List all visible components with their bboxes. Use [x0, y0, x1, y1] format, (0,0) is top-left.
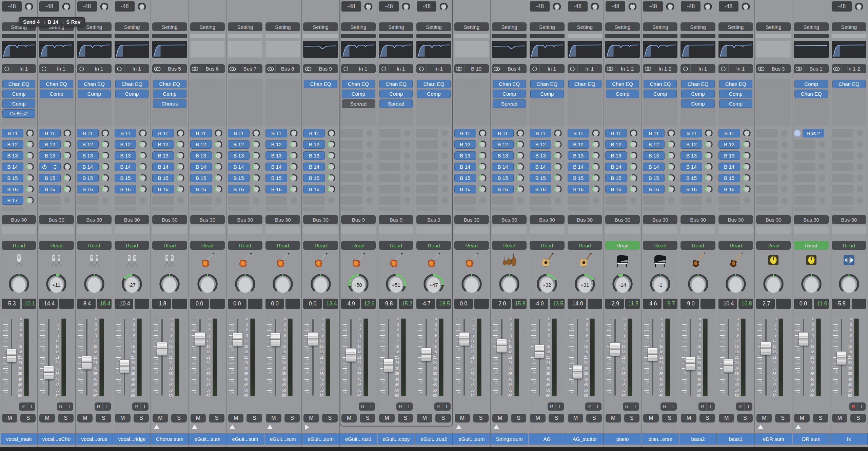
send-slot[interactable]: B 11	[303, 129, 325, 137]
send-slot[interactable]: B 15	[303, 174, 325, 182]
automation-mode-button[interactable]: Read	[152, 241, 187, 250]
send-level-knob[interactable]	[554, 174, 562, 182]
volume-display[interactable]: -10.4	[718, 299, 737, 309]
pan-knob[interactable]	[762, 273, 785, 295]
send-level-knob[interactable]	[554, 140, 562, 149]
fx-slot-chan-eq[interactable]: Chan EQ	[681, 80, 714, 88]
send-slot[interactable]: Bus 2	[803, 129, 824, 137]
record-enable-button[interactable]: R	[736, 402, 745, 411]
mute-button[interactable]: M	[266, 414, 281, 422]
fader-handle[interactable]	[157, 342, 167, 356]
send-level-knob[interactable]	[101, 185, 110, 193]
group-slot[interactable]	[416, 226, 451, 234]
group-slot[interactable]	[454, 226, 489, 234]
track-name[interactable]: eGuit...copy	[378, 433, 415, 445]
peak-display[interactable]	[210, 299, 225, 309]
mute-button[interactable]: M	[568, 414, 584, 422]
pan-knob[interactable]	[8, 273, 30, 295]
send-level-knob[interactable]	[290, 163, 298, 171]
fx-slot-comp[interactable]: Comp	[794, 80, 828, 88]
send-slot[interactable]: B 16	[568, 185, 589, 193]
record-enable-button[interactable]: R	[548, 402, 556, 411]
send-slot[interactable]: B 16	[77, 185, 99, 193]
send-level-knob[interactable]	[478, 174, 487, 182]
send-level-knob[interactable]	[705, 129, 713, 137]
group-slot[interactable]	[605, 226, 640, 234]
send-level-knob[interactable]	[705, 140, 713, 149]
automation-mode-button[interactable]: Read	[2, 241, 36, 250]
send-slot[interactable]: B 14	[454, 163, 476, 171]
gain-reduction-display[interactable]: -48	[832, 1, 852, 12]
send-level-knob[interactable]	[290, 151, 298, 160]
automation-mode-button[interactable]: Read	[228, 241, 262, 250]
send-slot[interactable]: B 11	[643, 129, 665, 137]
track-name[interactable]: eGuit...sum	[302, 433, 339, 445]
gain-knob[interactable]	[666, 2, 675, 11]
send-level-knob[interactable]	[327, 185, 336, 193]
input-monitor-button[interactable]: I	[442, 402, 451, 411]
fx-slot-spread[interactable]: Spread	[379, 99, 413, 108]
send-slot[interactable]: B 14	[303, 163, 325, 171]
fx-slot-chan-eq[interactable]: Chan EQ	[379, 80, 413, 88]
peak-display[interactable]: -9.7	[663, 299, 677, 309]
fx-slot-chan-eq[interactable]: Chan EQ	[606, 80, 639, 88]
send-slot[interactable]: B 15	[115, 174, 136, 182]
pan-knob[interactable]	[310, 273, 332, 295]
send-level-knob[interactable]	[139, 174, 147, 182]
output-slot[interactable]: Bus 30	[605, 215, 640, 224]
fader-handle[interactable]	[383, 358, 394, 372]
electric-guitar-icon[interactable]	[388, 252, 404, 268]
peak-display[interactable]: -10.1	[22, 299, 36, 309]
gain-reduction-display[interactable]: -48	[606, 1, 625, 12]
send-power-button[interactable]	[39, 163, 50, 171]
send-level-knob[interactable]	[516, 163, 525, 171]
send-level-knob[interactable]	[252, 129, 260, 137]
fx-slot-comp[interactable]: Comp	[493, 90, 526, 98]
send-slot[interactable]: B 16	[605, 185, 627, 193]
send-slot[interactable]: B 13	[115, 151, 136, 160]
gain-reduction-display[interactable]: -48	[39, 1, 59, 12]
group-slot[interactable]	[39, 226, 74, 234]
send-slot[interactable]: B 13	[228, 151, 250, 160]
record-enable-button[interactable]: R	[698, 402, 707, 411]
fx-slot-spread[interactable]: Spread	[342, 99, 375, 108]
eq-thumbnail[interactable]	[416, 41, 451, 58]
setting-button[interactable]: Setting	[794, 22, 828, 31]
input-monitor-button[interactable]: I	[367, 402, 375, 411]
send-slot[interactable]: B 15	[190, 174, 212, 182]
track-name[interactable]: vocal...eCho	[38, 433, 75, 445]
send-level-knob[interactable]	[214, 174, 223, 182]
eq-thumbnail[interactable]	[115, 41, 149, 58]
gain-knob[interactable]	[401, 2, 411, 11]
send-level-knob[interactable]	[26, 174, 34, 182]
fader-handle[interactable]	[6, 349, 17, 362]
group-slot[interactable]	[152, 226, 187, 234]
pan-knob[interactable]	[498, 273, 520, 295]
output-slot[interactable]: Bus 30	[190, 215, 225, 224]
output-slot[interactable]: Bus 30	[115, 215, 149, 224]
send-level-knob[interactable]	[101, 174, 110, 182]
solo-button[interactable]: S	[246, 414, 262, 422]
send-level-knob[interactable]	[101, 151, 110, 160]
eq-thumbnail[interactable]	[680, 41, 715, 58]
fx-slot-comp[interactable]: Comp	[719, 99, 752, 108]
send-slot[interactable]: B 11	[152, 129, 174, 137]
send-level-knob[interactable]	[214, 140, 223, 149]
send-level-knob[interactable]	[214, 151, 223, 160]
volume-display[interactable]: 0.0	[303, 299, 322, 309]
collapse-stack-triangle-icon[interactable]	[494, 425, 499, 429]
fx-slot-comp[interactable]: Comp	[2, 99, 35, 108]
bass-guitar-icon[interactable]	[690, 252, 706, 268]
gain-knob[interactable]	[100, 2, 109, 11]
send-slot[interactable]: B 17	[2, 196, 23, 205]
send-level-knob[interactable]	[667, 129, 675, 137]
pan-knob[interactable]	[272, 273, 294, 295]
send-level-knob[interactable]	[667, 151, 675, 160]
fx-slot-comp[interactable]: Comp	[78, 90, 111, 98]
send-level-knob[interactable]	[26, 196, 34, 205]
automation-mode-button[interactable]: Read	[568, 241, 602, 250]
send-slot[interactable]: B 15	[605, 174, 627, 182]
send-level-knob[interactable]	[290, 185, 298, 193]
track-name[interactable]: piano	[604, 433, 641, 445]
input-slot[interactable]: B 10	[454, 64, 489, 73]
